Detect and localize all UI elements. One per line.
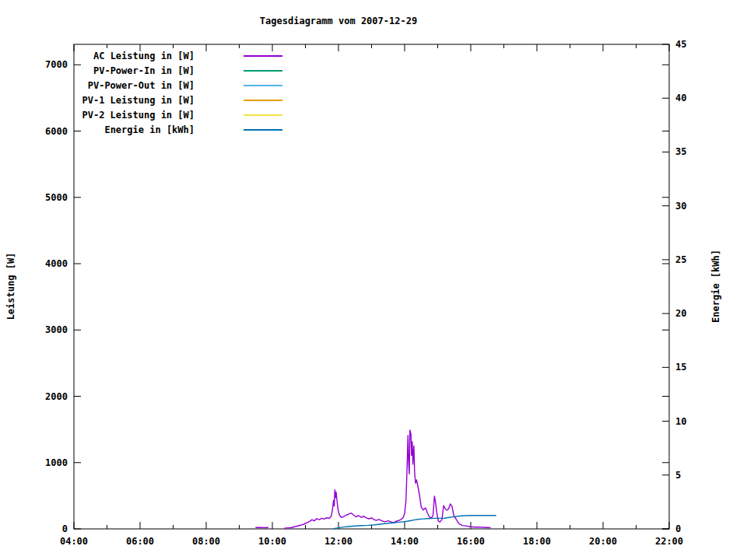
y-right-tick-label: 25 bbox=[675, 254, 686, 265]
legend-label: PV-Power-Out in [W] bbox=[88, 80, 195, 91]
y-right-tick-label: 35 bbox=[675, 146, 686, 157]
y-left-tick-label: 0 bbox=[62, 523, 68, 534]
x-tick-label: 10:00 bbox=[258, 536, 286, 547]
legend-label: Energie in [kWh] bbox=[104, 124, 195, 135]
plot-area: 04:0006:0008:0010:0012:0014:0016:0018:00… bbox=[0, 0, 747, 560]
x-tick-label: 20:00 bbox=[589, 536, 617, 547]
x-tick-label: 08:00 bbox=[192, 536, 220, 547]
y-left-tick-label: 3000 bbox=[45, 324, 68, 335]
legend-label: AC Leistung in [W] bbox=[93, 51, 195, 61]
x-tick-label: 04:00 bbox=[60, 536, 88, 547]
y-right-tick-label: 20 bbox=[675, 308, 686, 319]
x-tick-label: 06:00 bbox=[126, 536, 154, 547]
y-right-tick-label: 5 bbox=[675, 470, 681, 481]
chart-canvas: Tagesdiagramm vom 2007-12-29 Leistung [W… bbox=[0, 0, 747, 560]
x-tick-label: 22:00 bbox=[655, 536, 683, 547]
y-right-tick-label: 30 bbox=[675, 201, 686, 212]
legend-label: PV-Power-In in [W] bbox=[93, 65, 195, 76]
y-left-tick-label: 5000 bbox=[45, 192, 68, 203]
y-right-tick-label: 10 bbox=[675, 416, 686, 427]
y-left-tick-label: 7000 bbox=[45, 59, 68, 70]
y-left-tick-label: 2000 bbox=[45, 391, 68, 402]
y-right-tick-label: 45 bbox=[675, 39, 686, 50]
legend-label: PV-2 Leistung in [W] bbox=[82, 110, 195, 121]
series-line-ac-leistung-in-w- bbox=[255, 430, 490, 528]
x-tick-label: 12:00 bbox=[324, 536, 352, 547]
y-right-tick-label: 0 bbox=[675, 523, 681, 534]
x-tick-label: 18:00 bbox=[523, 536, 551, 547]
y-left-tick-label: 6000 bbox=[45, 126, 68, 137]
y-right-tick-label: 15 bbox=[675, 362, 686, 373]
y-right-tick-label: 40 bbox=[675, 93, 686, 103]
y-left-tick-label: 1000 bbox=[45, 457, 68, 468]
legend-label: PV-1 Leistung in [W] bbox=[82, 95, 195, 106]
y-left-tick-label: 4000 bbox=[45, 258, 68, 269]
x-tick-label: 14:00 bbox=[391, 536, 419, 547]
x-tick-label: 16:00 bbox=[457, 536, 485, 547]
